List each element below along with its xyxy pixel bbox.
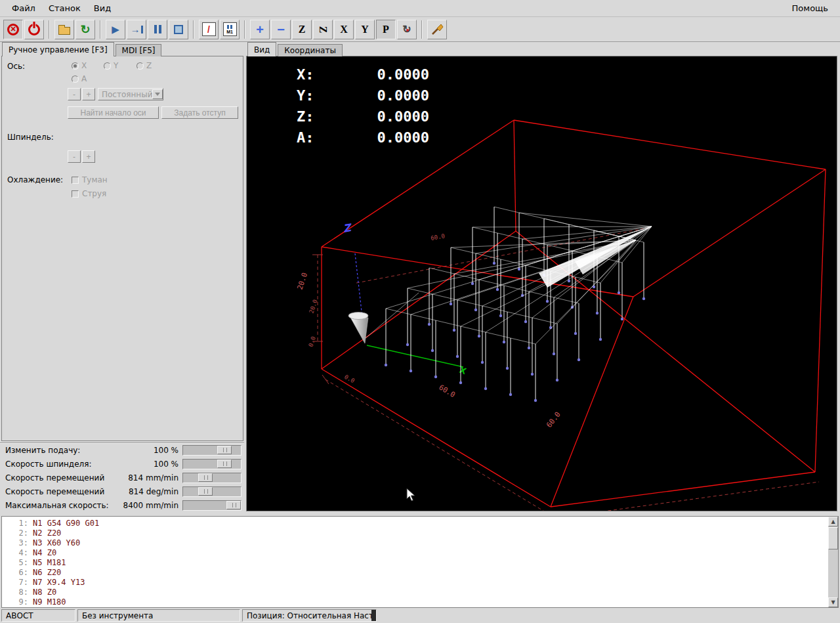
gcode-line[interactable]: 7:N7 X9.4 Y13 (2, 578, 838, 588)
estop-button[interactable]: ✕ (3, 20, 23, 39)
home-axis-button[interactable]: Найти начало оси (68, 106, 159, 119)
jog-minus-button[interactable]: - (68, 88, 81, 100)
view-perspective-button[interactable]: P (376, 20, 396, 39)
gcode-line[interactable]: 2:N2 Z20 (2, 528, 838, 538)
pause-button[interactable] (148, 20, 167, 39)
gcode-line[interactable]: 6:N6 Z20 (2, 568, 838, 578)
scrollbar-thumb[interactable] (828, 527, 838, 549)
checkbox-icon (72, 190, 79, 198)
clear-plot-icon (430, 23, 444, 36)
spindle-plus-button[interactable]: + (82, 150, 95, 163)
toolbar-separator (193, 20, 194, 39)
rotate-icon: ↻ (402, 24, 411, 35)
gcode-line-text: N9 M180 (33, 597, 66, 607)
zoom-in-button[interactable]: + (250, 20, 270, 39)
open-file-button[interactable] (54, 20, 74, 39)
gcode-line[interactable]: 3:N3 X60 Y60 (2, 538, 838, 548)
slider-value: 814 mm/min (113, 473, 178, 483)
menu-help[interactable]: Помощь (787, 1, 833, 15)
jog-speed-slider[interactable] (182, 473, 242, 483)
feed-override-slider[interactable] (182, 445, 242, 456)
axis-radio-z[interactable]: Z (136, 61, 152, 70)
jog-speed-row: Скорость перемещений 814 mm/min (0, 471, 244, 484)
reload-button[interactable]: ↻ (75, 20, 95, 39)
tab-manual-control[interactable]: Ручное управление [F3] (2, 42, 114, 56)
slider-thumb[interactable] (217, 446, 232, 454)
view-y-button[interactable]: Y (355, 20, 375, 39)
slider-thumb[interactable] (217, 460, 232, 468)
view-x-button[interactable]: X (334, 20, 354, 39)
zoom-out-button[interactable]: − (271, 20, 291, 39)
overrides-panel: Изменить подачу: 100 % Скорость шпинделя… (0, 442, 244, 513)
gcode-scrollbar[interactable]: ▲ ▼ (828, 517, 838, 607)
axis-radio-a-label: A (81, 74, 87, 83)
gcode-line[interactable]: 5:N5 M181 (2, 558, 838, 568)
scroll-down-icon[interactable]: ▼ (828, 597, 838, 607)
gcode-line[interactable]: 8:N8 Z0 (2, 588, 838, 597)
radio-icon (104, 62, 111, 70)
mist-checkbox[interactable]: Туман (72, 175, 108, 184)
tab-mdi[interactable]: MDI [F5] (116, 44, 162, 56)
slider-thumb[interactable] (198, 487, 213, 496)
z-axis-label: Z (342, 221, 353, 235)
slider-thumb[interactable] (226, 501, 241, 509)
axis-radio-y[interactable]: Y (104, 61, 118, 70)
clipped-text-block (371, 610, 376, 622)
dropdown-arrow-icon (152, 89, 163, 99)
machine-power-button[interactable] (24, 20, 44, 39)
angular-jog-speed-slider[interactable] (182, 486, 242, 497)
optional-stop-toggle[interactable]: M1 (220, 20, 240, 39)
tab-dro[interactable]: Координаты (278, 44, 343, 56)
jog-plus-button[interactable]: + (82, 88, 95, 100)
rotate-view-button[interactable]: ↻ (397, 20, 417, 39)
status-tool: Без инструмента (77, 609, 240, 622)
gcode-line-text: N8 Z0 (33, 588, 56, 597)
axis-radio-a[interactable]: A (72, 74, 87, 83)
tab-preview[interactable]: Вид (247, 42, 276, 56)
stop-button[interactable] (169, 20, 188, 39)
feed-override-row: Изменить подачу: 100 % (0, 443, 244, 457)
clear-plot-button[interactable] (427, 20, 447, 39)
step-icon: → (131, 24, 143, 34)
gcode-line-number: 3: (2, 538, 28, 548)
gcode-line-text: N3 X60 Y60 (33, 538, 80, 548)
dim-label-depth: 60.0 (545, 410, 562, 429)
dro-axis: Y: (297, 85, 331, 106)
preview-canvas[interactable]: 20.0 20.0 0.0 0.0 60.0 60.0 60.0 Z X (246, 56, 837, 511)
step-button[interactable]: → (127, 20, 146, 39)
jog-mode-value: Постоянный (102, 90, 152, 99)
jog-mode-dropdown[interactable]: Постоянный (98, 88, 163, 100)
dro-value: 0.0000 (331, 64, 429, 85)
skip-lines-toggle[interactable]: / (199, 20, 219, 39)
stop-icon (174, 25, 183, 34)
gcode-line[interactable]: 9:N9 M180 (2, 597, 838, 607)
menu-machine[interactable]: Станок (43, 1, 86, 15)
axis-label: Ось: (7, 62, 25, 71)
spindle-minus-button[interactable]: - (68, 150, 81, 163)
flood-checkbox[interactable]: Струя (72, 189, 106, 198)
gcode-line[interactable]: 1:N1 G54 G90 G01 (2, 519, 838, 528)
slider-thumb[interactable] (198, 473, 213, 482)
slider-label: Скорость перемещений (5, 487, 109, 496)
toolbar-separator (49, 20, 50, 39)
axis-radio-y-label: Y (114, 61, 118, 70)
view-z-button[interactable]: Z (292, 20, 312, 39)
max-velocity-slider[interactable] (182, 500, 242, 511)
status-position: Позиция: Относительная Насто (242, 609, 377, 622)
axis-radio-z-label: Z (146, 61, 152, 70)
spindle-override-slider[interactable] (182, 459, 242, 469)
view-z-rotated-button[interactable]: Z (313, 20, 333, 39)
axis-radio-x[interactable]: X (72, 61, 87, 70)
view-z-rotated-icon: Z (318, 26, 328, 33)
gcode-line[interactable]: 4:N4 Z0 (2, 548, 838, 558)
scroll-up-icon[interactable]: ▲ (828, 517, 838, 526)
touch-off-button[interactable]: Задать отступ (161, 106, 238, 119)
gcode-listing[interactable]: 1:N1 G54 G90 G01 2:N2 Z20 3:N3 X60 Y60 4… (1, 516, 839, 608)
skip-lines-icon: / (202, 22, 216, 36)
max-velocity-row: Максимальная скорость: 8400 mm/min (0, 498, 244, 512)
menu-file[interactable]: Файл (7, 1, 41, 15)
slider-label: Скорость шпинделя: (5, 460, 109, 469)
gcode-line-number: 2: (2, 528, 28, 538)
menu-view[interactable]: Вид (89, 1, 116, 15)
run-button[interactable]: ▶ (106, 20, 125, 39)
